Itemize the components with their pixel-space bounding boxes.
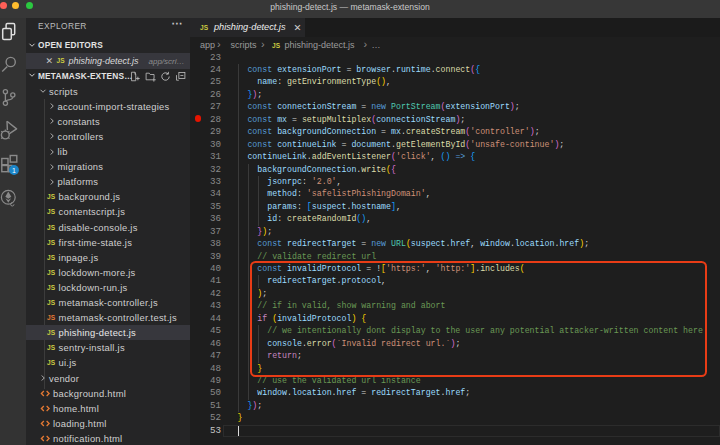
svg-text:1: 1 bbox=[12, 167, 16, 174]
